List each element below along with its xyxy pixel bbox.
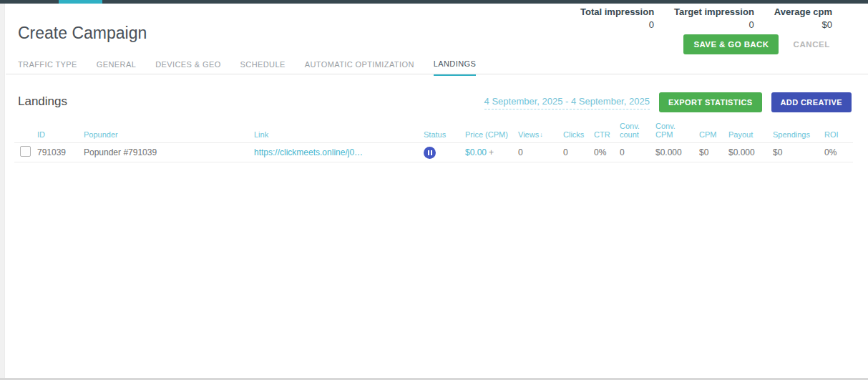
edit-price-button[interactable]: + <box>489 147 494 157</box>
price-value: $0.00 <box>465 147 487 157</box>
cell-clicks: 0 <box>563 147 594 157</box>
table-row: 791039 Popunder #791039 https://clickmee… <box>14 143 853 162</box>
metric-value: $0 <box>774 19 832 30</box>
date-range-picker[interactable]: 4 September, 2025 - 4 September, 2025 <box>484 96 650 109</box>
column-header-conv-count: Conv. count <box>620 122 655 145</box>
page-title: Create Campaign <box>18 24 147 43</box>
column-header-views-label: Views <box>518 130 539 139</box>
row-checkbox[interactable] <box>20 146 31 157</box>
cancel-button[interactable]: CANCEL <box>793 40 830 49</box>
top-progress-accent <box>59 0 102 4</box>
sort-desc-icon: ↓ <box>540 130 543 139</box>
cell-id: 791039 <box>37 147 84 157</box>
column-header-payout: Payout <box>728 130 773 145</box>
column-header-ctr: CTR <box>594 130 620 145</box>
left-edge-strip <box>0 4 5 378</box>
cell-price: $0.00+ <box>465 147 518 157</box>
tabs-divider <box>6 74 868 74</box>
cell-ctr: 0% <box>594 147 620 157</box>
table-header-row: ID Popunder Link Status Price (CPM) View… <box>14 122 853 143</box>
add-creative-button[interactable]: ADD CREATIVE <box>771 92 852 112</box>
cell-payout: $0.000 <box>728 147 773 157</box>
header-actions: SAVE & GO BACK CANCEL <box>683 34 830 54</box>
landings-controls: 4 September, 2025 - 4 September, 2025 EX… <box>484 92 852 112</box>
header-checkbox-spacer <box>14 139 37 145</box>
export-statistics-button[interactable]: EXPORT STATISTICS <box>659 92 762 112</box>
column-header-cpm: CPM <box>699 130 728 145</box>
metric-label: Target impression <box>674 6 754 17</box>
landing-link[interactable]: https://clickmeets.online/j0… <box>254 147 363 157</box>
metric-label: Total impression <box>580 6 654 17</box>
metric-target-impression: Target impression 0 <box>674 6 754 30</box>
column-header-clicks: Clicks <box>563 130 594 145</box>
cell-status <box>424 147 465 159</box>
cell-link: https://clickmeets.online/j0… <box>254 147 424 157</box>
cell-popunder: Popunder #791039 <box>84 147 254 157</box>
metric-average-cpm: Average cpm $0 <box>774 6 832 30</box>
cell-checkbox <box>14 146 37 159</box>
create-campaign-page: Create Campaign Total impression 0 Targe… <box>0 0 868 380</box>
column-header-popunder: Popunder <box>84 130 254 145</box>
landings-heading: Landings <box>18 94 67 109</box>
column-header-status: Status <box>424 130 465 145</box>
column-header-conv-cpm: Conv. CPM <box>655 122 699 145</box>
metric-value: 0 <box>674 19 754 30</box>
top-progress-bar <box>0 0 868 4</box>
metric-label: Average cpm <box>774 6 832 17</box>
status-paused-icon[interactable] <box>424 147 436 159</box>
cell-conv-count: 0 <box>620 147 655 157</box>
column-header-spendings: Spendings <box>773 130 824 145</box>
campaign-metrics: Total impression 0 Target impression 0 A… <box>580 6 832 30</box>
column-header-views[interactable]: Views ↓ <box>518 130 563 145</box>
metric-value: 0 <box>580 19 654 30</box>
cell-conv-cpm: $0.000 <box>655 147 699 157</box>
metric-total-impression: Total impression 0 <box>580 6 654 30</box>
column-header-link: Link <box>254 130 424 145</box>
column-header-price-cpm: Price (CPM) <box>465 130 518 145</box>
cell-roi: 0% <box>824 147 853 157</box>
cell-cpm: $0 <box>699 147 728 157</box>
column-header-roi: ROI <box>824 130 853 145</box>
column-header-id: ID <box>37 130 84 145</box>
save-go-back-button[interactable]: SAVE & GO BACK <box>683 34 779 54</box>
cell-spendings: $0 <box>773 147 824 157</box>
landings-table: ID Popunder Link Status Price (CPM) View… <box>14 122 853 162</box>
cell-views: 0 <box>518 147 563 157</box>
